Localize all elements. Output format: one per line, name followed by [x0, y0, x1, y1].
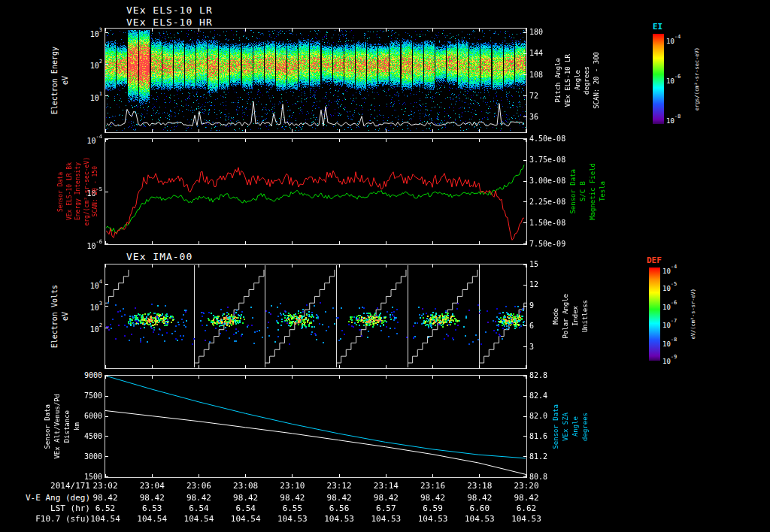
axis-label-line: VEx ELS-10 LR	[564, 54, 572, 107]
axis-label-line: eV	[61, 312, 70, 321]
footer-value: 104.53	[362, 514, 409, 524]
footer-row-label: F10.7 (sfu)	[2, 514, 90, 524]
footer-value: 6.52	[82, 503, 129, 513]
p2-left-axis-label: Sensor DataVEx ELS-10 LR BkEnergy Intens…	[60, 139, 96, 244]
time-tick-label: 23:04	[129, 481, 175, 491]
axis-label-line: Tesla	[599, 181, 607, 201]
ima-colorbar-tick-label: 10-8	[662, 337, 677, 349]
p1-right-tick-label: 72	[529, 92, 538, 101]
footer-value: 6.54	[223, 503, 269, 513]
els-spectrogram-canvas	[105, 29, 526, 132]
axis-label-line: VEx SZA	[562, 413, 570, 441]
footer-value: 104.53	[456, 514, 503, 524]
p2-right-tick-label: 4.50e-08	[529, 135, 565, 144]
footer-value: 6.60	[456, 503, 503, 513]
p2-right-tick-label: 2.25e-08	[529, 198, 565, 207]
axis-label-line: Magnetic Field	[589, 163, 597, 220]
footer-value: 98.42	[503, 493, 550, 503]
axis-label-line: Energy Intensity	[74, 162, 82, 220]
axis-label-line: SCAN: 20 - 300	[593, 52, 601, 109]
axis-label-line: VEx Alt/Venus/Pd	[53, 394, 62, 459]
axis-label-line: SCAN: 20 - 150	[92, 166, 99, 216]
p4-left-axis-label: Sensor DataVEx Alt/Venus/PdDistancekm	[42, 376, 83, 477]
axis-label-line: Sensor Data	[44, 404, 52, 449]
ima-colorbar-tick-label: 10-5	[662, 282, 677, 293]
p4-right-tick-label: 81.2	[529, 452, 547, 461]
p3-right-tick-label: 3	[529, 343, 534, 352]
footer-value: 98.42	[82, 493, 129, 503]
axis-label-line: km	[73, 422, 81, 431]
time-tick-label: 23:12	[316, 481, 362, 491]
footer-value: 6.55	[269, 503, 316, 513]
time-tick-label: 23:20	[503, 481, 550, 491]
ima-colorbar	[649, 268, 660, 361]
footer-row-label: V-E Ang (deg)	[2, 493, 90, 503]
vex-quicklook-plot-page: VEx ELS-10 LR VEx ELS-10 HR VEx IMA-00 E…	[0, 0, 770, 532]
axis-label-line: Polar Angle	[562, 294, 570, 339]
footer-value: 98.42	[456, 493, 503, 503]
footer-value: 98.42	[362, 493, 409, 503]
axis-label-line: Electron Volts	[50, 285, 59, 348]
ima-colorbar-tick-label: 10-6	[662, 301, 677, 312]
date-label: 2014/171	[2, 481, 90, 491]
ima-spectrogram-canvas	[105, 264, 526, 368]
axis-label-line: ergs/(cm²-sr-sec-eV)	[694, 47, 700, 110]
els-colorbar-tick-label: 10-6	[666, 74, 681, 86]
p4-right-tick-label: 82.8	[529, 371, 547, 380]
axis-label-line: erg/(cm²-sr-sec-eV)	[83, 157, 91, 226]
footer-value: 6.57	[362, 503, 409, 513]
panel1-title-lr: VEx ELS-10 LR	[126, 5, 213, 16]
footer-value: 98.42	[410, 493, 456, 503]
time-tick-label: 23:16	[410, 481, 456, 491]
time-tick-label: 23:14	[362, 481, 409, 491]
footer-value: 6.54	[175, 503, 222, 513]
footer-value: 6.56	[316, 503, 362, 513]
axis-label-line: S/C B	[579, 181, 587, 201]
time-tick-label: 23:08	[223, 481, 269, 491]
ima-colorbar-tick-label: 10-4	[662, 264, 677, 276]
footer-value: 6.59	[410, 503, 456, 513]
p4-right-tick-label: 82.4	[529, 391, 547, 401]
axis-label-line: Unitless	[581, 300, 590, 332]
panel3-title: VEx IMA-00	[126, 251, 192, 262]
p3-right-tick-label: 9	[529, 301, 534, 310]
footer-value: 104.53	[269, 514, 316, 524]
p2-right-tick-label: 3.00e-08	[529, 177, 565, 186]
axis-label-line: Sensor Data	[569, 169, 578, 214]
axis-label-line: Sensor Data	[57, 172, 65, 212]
p1-right-tick-label: 180	[529, 28, 543, 37]
els-colorbar-tick-label: 10-4	[666, 35, 681, 46]
footer-value: 98.42	[316, 493, 362, 503]
axis-label-line: eV/(cm²-s-sr-eV)	[690, 289, 696, 339]
axis-label-line: Angle	[574, 70, 582, 90]
time-tick-label: 23:10	[269, 481, 316, 491]
p3-right-tick-label: 6	[529, 322, 534, 331]
footer-value: 104.54	[175, 514, 222, 524]
footer-value: 104.53	[410, 514, 456, 524]
ima-colorbar-tick-label: 10-7	[662, 319, 677, 330]
footer-value: 6.53	[129, 503, 175, 513]
axis-label-line: Index	[571, 306, 580, 326]
axis-label-line: VEx ELS-10 LR Bk	[66, 162, 74, 220]
axis-label-line: Distance	[63, 410, 71, 443]
p1-right-axis-label: Pitch AngleVEx ELS-10 LRAngledegreesSCAN…	[551, 29, 604, 132]
footer-value: 98.42	[269, 493, 316, 503]
time-tick-label: 23:18	[456, 481, 503, 491]
els-colorbar-title: EI	[653, 22, 662, 32]
footer-row-label: LST (hr)	[2, 503, 90, 513]
p3-right-tick-label: 12	[529, 280, 538, 289]
footer-value: 104.53	[503, 514, 550, 524]
p2-right-tick-label: 3.75e-08	[529, 156, 565, 165]
footer-value: 104.54	[223, 514, 269, 524]
p4-right-axis-label: Sensor DataVEx SZAAngledegrees	[553, 376, 588, 477]
ima-colorbar-title: DEF	[647, 255, 662, 265]
els-colorbar-tick-label: 10-8	[666, 114, 681, 125]
p3-right-axis-label: ModePolar AngleIndexUnitless	[553, 264, 588, 368]
panel1-title-hr: VEx ELS-10 HR	[126, 17, 213, 28]
p2-right-tick-label: 7.50e-09	[529, 240, 565, 249]
footer-value: 98.42	[129, 493, 175, 503]
axis-label-line: Pitch Angle	[554, 58, 562, 103]
p1-right-tick-label: 108	[529, 71, 543, 80]
p3-right-tick-label: 15	[529, 260, 538, 269]
axis-label-line: Electron Energy	[50, 47, 59, 114]
